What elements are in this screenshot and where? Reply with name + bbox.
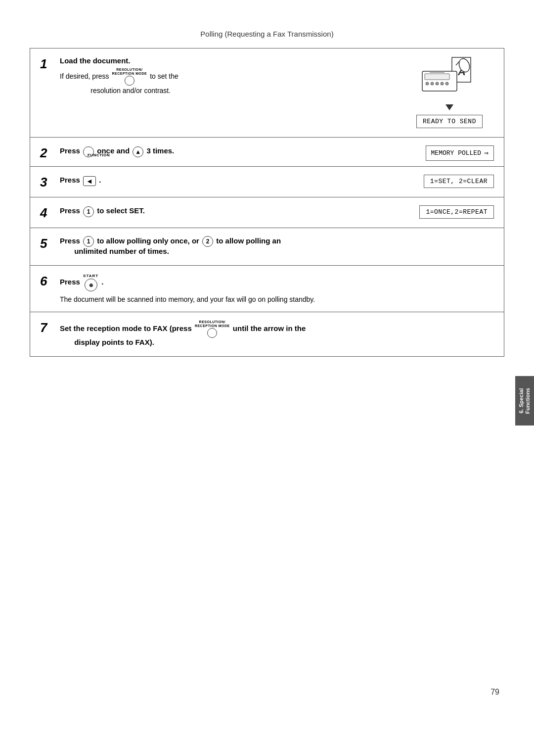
step-4-content: Press 1 to select SET. 1=ONCE,2=REPEAT: [60, 205, 494, 221]
step-2-content: Press once and ▲ 3 times. MEMORY POLLED …: [60, 145, 494, 158]
lcd-once-repeat: 1=ONCE,2=REPEAT: [419, 205, 494, 219]
step-6-desc: The document will be scanned into memory…: [60, 294, 494, 305]
btn-1-step5[interactable]: 1: [83, 236, 94, 247]
step-4-title: Press 1 to select SET.: [60, 206, 145, 217]
step-2-press: Press: [60, 146, 82, 155]
memory-polled-arrow: ⇒: [484, 148, 489, 158]
main-content: 1 Load the document. If desired, press R…: [30, 48, 504, 357]
stop-btn[interactable]: ◄: [83, 176, 96, 186]
step-6-period: .: [101, 278, 103, 286]
step-2-title: Press once and ▲ 3 times.: [60, 146, 174, 157]
step-7-title: Set the reception mode to FAX (press RES…: [60, 320, 494, 346]
step-1-illustration: A: [405, 56, 494, 130]
step-3-number: 3: [40, 175, 54, 189]
step-4-press: Press: [60, 206, 82, 215]
step-6-title: Press START ⊕ .: [60, 274, 494, 291]
page-number: 79: [490, 688, 499, 697]
page-title: Polling (Requesting a Fax Transmission): [0, 0, 534, 48]
step-5-content: Press 1 to allow polling only once, or 2…: [60, 236, 494, 258]
svg-marker-12: [445, 104, 453, 110]
btn-1-step4[interactable]: 1: [83, 206, 94, 217]
svg-rect-9: [430, 71, 445, 73]
step-3-title: Press ◄ .: [60, 176, 101, 186]
resolution-btn-1[interactable]: RESOLUTION/RECEPTION MODE: [112, 68, 147, 86]
svg-point-5: [431, 82, 434, 85]
svg-point-6: [436, 82, 439, 85]
svg-rect-3: [425, 74, 449, 80]
step-7-content: Set the reception mode to FAX (press RES…: [60, 320, 494, 349]
step-4-number: 4: [40, 205, 54, 219]
step-6: 6 Press START ⊕ . The document will be s…: [30, 266, 504, 312]
step-4-suffix: to select SET.: [97, 206, 145, 215]
side-tab-text: 6. SpecialFunctions: [518, 388, 531, 414]
fax-machine-icon: A: [417, 56, 482, 96]
step-3-period: .: [99, 176, 101, 184]
step-5-middle: to allow polling only once, or: [97, 236, 201, 245]
step-1-title: Load the document.: [60, 56, 405, 65]
memory-polled-text: MEMORY POLLED: [431, 149, 481, 157]
step-2-times: 3 times.: [146, 146, 174, 155]
step-4: 4 Press 1 to select SET. 1=ONCE,2=REPEAT: [30, 197, 504, 228]
side-tab: 6. SpecialFunctions: [515, 376, 534, 425]
nav-btn[interactable]: ▲: [133, 146, 143, 157]
lcd-memory-polled: MEMORY POLLED ⇒: [426, 145, 494, 161]
step-2-number: 2: [40, 145, 54, 159]
step-1-content: Load the document. If desired, press RES…: [60, 56, 494, 130]
step-2: 2 Press once and ▲ 3 times. MEMORY POLLE…: [30, 138, 504, 167]
step-7-number: 7: [40, 320, 54, 334]
step-1-desc-before: If desired, press: [60, 72, 109, 80]
resolution-btn-7[interactable]: RESOLUTION/RECEPTION MODE: [195, 320, 230, 338]
lcd-set-clear: 1=SET, 2=CLEAR: [424, 175, 494, 188]
btn-2-step5[interactable]: 2: [202, 236, 213, 247]
lcd-ready-to-send: READY TO SEND: [416, 115, 483, 128]
step-3: 3 Press ◄ . 1=SET, 2=CLEAR: [30, 167, 504, 197]
start-btn[interactable]: START ⊕: [83, 274, 98, 291]
svg-point-8: [445, 82, 448, 85]
step-1-number: 1: [40, 56, 54, 70]
svg-point-4: [426, 82, 429, 85]
step-5: 5 Press 1 to allow polling only once, or…: [30, 228, 504, 266]
svg-point-7: [441, 82, 444, 85]
step-6-press: Press: [60, 278, 82, 286]
step-5-press1: Press: [60, 236, 82, 245]
step-3-content: Press ◄ . 1=SET, 2=CLEAR: [60, 175, 494, 190]
step-5-number: 5: [40, 236, 54, 250]
step-6-number: 6: [40, 274, 54, 287]
step-7: 7 Set the reception mode to FAX (press R…: [30, 312, 504, 356]
step-7-prefix: Set the reception mode to FAX (press: [60, 324, 194, 332]
step-6-content: Press START ⊕ . The document will be sca…: [60, 274, 494, 305]
step-1: 1 Load the document. If desired, press R…: [30, 48, 504, 138]
step-5-title: Press 1 to allow polling only once, or 2…: [60, 236, 494, 255]
down-arrow: [445, 101, 454, 113]
step-1-desc: If desired, press RESOLUTION/RECEPTION M…: [60, 68, 405, 96]
step-3-press: Press: [60, 176, 82, 184]
